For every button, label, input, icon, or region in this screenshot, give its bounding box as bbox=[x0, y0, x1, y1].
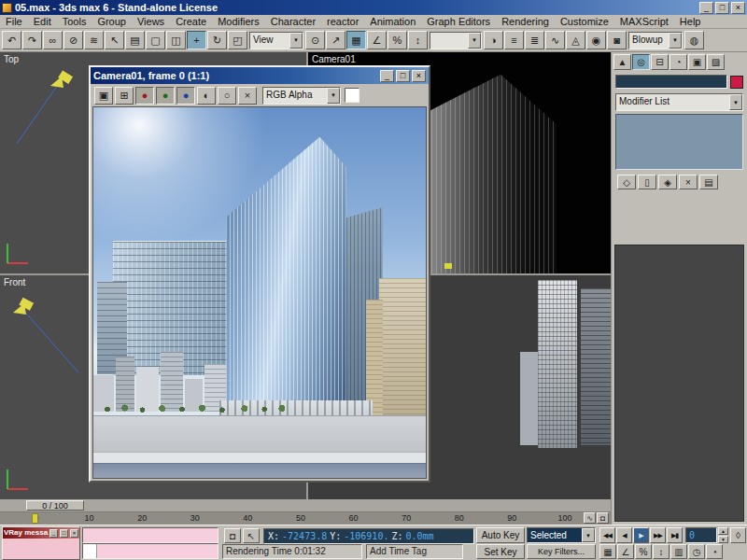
redo-icon[interactable]: ↷ bbox=[22, 31, 42, 49]
maxscript-mini-listener[interactable] bbox=[82, 527, 218, 559]
channel-display-dropdown[interactable]: RGB Alpha bbox=[262, 87, 341, 105]
spinner-up-icon[interactable] bbox=[718, 527, 728, 535]
previous-frame-button[interactable]: ◀ bbox=[616, 527, 632, 543]
render-scene-icon[interactable]: ◙ bbox=[607, 31, 627, 49]
vray-window-title-bar[interactable]: VRay messa... _□× bbox=[3, 527, 79, 539]
tab-motion-icon[interactable]: ◔ bbox=[669, 54, 687, 70]
menu-modifiers[interactable]: Modifiers bbox=[212, 15, 265, 28]
maximize-button[interactable]: □ bbox=[396, 70, 410, 82]
align-icon[interactable]: ≡ bbox=[504, 31, 524, 49]
y-coordinate-field[interactable]: -106910. bbox=[344, 531, 388, 541]
remove-modifier-icon[interactable]: × bbox=[679, 175, 698, 189]
mini-curve-editor-icon[interactable]: ∿ bbox=[584, 512, 596, 524]
use-pivot-center-icon[interactable]: ⊙ bbox=[305, 31, 325, 49]
select-and-scale-icon[interactable]: ◰ bbox=[228, 31, 247, 49]
percent-snap-status-icon[interactable]: % bbox=[635, 544, 652, 559]
schematic-view-icon[interactable]: ◬ bbox=[566, 31, 585, 49]
macro-recorder-line[interactable] bbox=[82, 527, 218, 543]
tab-display-icon[interactable]: ▣ bbox=[688, 54, 706, 70]
menu-character[interactable]: Character bbox=[265, 15, 321, 28]
next-frame-button[interactable]: ▶▶ bbox=[650, 527, 666, 543]
maximize-button[interactable]: □ bbox=[60, 529, 68, 538]
render-window-title-bar[interactable]: Camera01, frame 0 (1:1) _□× bbox=[91, 67, 429, 84]
spinner-down-icon[interactable] bbox=[718, 536, 728, 543]
clone-window-icon[interactable]: ⊞ bbox=[115, 87, 134, 105]
mirror-icon[interactable]: ◑ bbox=[484, 31, 503, 49]
menu-reactor[interactable]: reactor bbox=[321, 15, 364, 28]
select-object-icon[interactable]: ↖ bbox=[105, 31, 124, 49]
tab-utilities-icon[interactable]: ▨ bbox=[707, 54, 725, 70]
time-slider[interactable]: 0 / 100 bbox=[26, 500, 84, 511]
modifier-stack[interactable] bbox=[615, 114, 743, 170]
x-coordinate-field[interactable]: -72473.8 bbox=[282, 531, 327, 541]
absolute-relative-icon[interactable]: ↖ bbox=[243, 528, 260, 543]
select-and-move-icon[interactable]: + bbox=[187, 31, 206, 49]
curve-editor-icon[interactable]: ∿ bbox=[545, 31, 565, 49]
menu-customize[interactable]: Customize bbox=[555, 15, 614, 28]
spinner-snap-icon[interactable]: ↕ bbox=[408, 31, 428, 49]
time-configuration-icon[interactable]: ◔ bbox=[706, 544, 723, 559]
spinner-snap-status-icon[interactable]: ↕ bbox=[653, 544, 669, 559]
rectangular-selection-icon[interactable]: ▢ bbox=[146, 31, 165, 49]
angle-snap-icon[interactable]: ∠ bbox=[367, 31, 387, 49]
material-editor-icon[interactable]: ◉ bbox=[586, 31, 606, 49]
menu-rendering[interactable]: Rendering bbox=[496, 15, 555, 28]
track-bar[interactable]: 0102030405060708090100 ∿◘ bbox=[0, 512, 611, 525]
3d-snap-icon[interactable]: ▦ bbox=[599, 544, 616, 559]
coordinate-display[interactable]: X: -72473.8 Y: -106910. Z: 0.0mm bbox=[263, 528, 474, 544]
chevron-down-icon[interactable] bbox=[669, 33, 682, 49]
key-mode-toggle-icon[interactable]: ◊ bbox=[730, 527, 746, 543]
object-name-field[interactable] bbox=[615, 75, 727, 89]
maximize-button[interactable]: □ bbox=[715, 2, 729, 14]
minimize-button[interactable]: _ bbox=[699, 2, 713, 14]
render-type-dropdown[interactable]: Blowup bbox=[628, 32, 683, 49]
menu-help[interactable]: Help bbox=[674, 15, 707, 28]
menu-tools[interactable]: Tools bbox=[57, 15, 92, 28]
select-by-name-icon[interactable]: ▤ bbox=[125, 31, 145, 49]
rendered-frame-window[interactable]: Camera01, frame 0 (1:1) _□× ▣⊞●●●◐○× RGB… bbox=[89, 65, 430, 483]
background-color-swatch[interactable] bbox=[345, 88, 359, 103]
selection-filter-dropdown[interactable]: Selected bbox=[527, 527, 596, 543]
modifier-list-dropdown[interactable]: Modifier List bbox=[615, 93, 743, 111]
time-tag-field[interactable]: Add Time Tag bbox=[366, 544, 463, 559]
key-filters-button[interactable]: Key Filters... bbox=[527, 544, 596, 559]
time-lock-icon[interactable]: ◘ bbox=[597, 512, 609, 524]
reference-coordsys-dropdown[interactable]: View bbox=[249, 32, 303, 49]
listener-line[interactable] bbox=[82, 543, 218, 559]
time-slider-track[interactable]: 0 / 100 bbox=[0, 499, 611, 512]
select-and-manipulate-icon[interactable]: ↗ bbox=[326, 31, 345, 49]
current-frame-field[interactable]: 0 bbox=[685, 527, 717, 543]
viewport-camera-label[interactable]: Camera01 bbox=[312, 54, 356, 64]
chevron-down-icon[interactable] bbox=[468, 33, 481, 49]
quick-render-icon[interactable]: ◍ bbox=[684, 31, 704, 49]
chevron-down-icon[interactable] bbox=[582, 528, 595, 542]
menu-file[interactable]: File bbox=[0, 15, 28, 28]
vray-message-window[interactable]: VRay messa... _□× bbox=[2, 526, 80, 560]
viewport-front-label[interactable]: Front bbox=[4, 277, 25, 287]
set-key-button[interactable]: Set Key bbox=[476, 544, 525, 559]
menu-graph-editors[interactable]: Graph Editors bbox=[421, 15, 496, 28]
menu-animation[interactable]: Animation bbox=[364, 15, 421, 28]
rendered-image[interactable] bbox=[92, 106, 427, 479]
menu-maxscript[interactable]: MAXScript bbox=[614, 15, 674, 28]
menu-edit[interactable]: Edit bbox=[28, 15, 57, 28]
minimize-button[interactable]: _ bbox=[49, 529, 58, 538]
tab-modify-icon[interactable]: ◎ bbox=[632, 54, 650, 70]
z-coordinate-field[interactable]: 0.0mm bbox=[405, 531, 433, 541]
play-button[interactable]: ▶ bbox=[633, 527, 649, 543]
chevron-down-icon[interactable] bbox=[729, 94, 742, 110]
percent-snap-icon[interactable]: % bbox=[388, 31, 407, 49]
green-channel-icon[interactable]: ● bbox=[156, 87, 175, 105]
close-button[interactable]: × bbox=[412, 70, 426, 82]
snap-toggle-icon[interactable]: ▦ bbox=[346, 31, 366, 49]
mono-channel-icon[interactable]: ◐ bbox=[197, 87, 216, 105]
go-to-end-button[interactable]: ▶▮ bbox=[667, 527, 683, 543]
clear-image-icon[interactable]: × bbox=[238, 87, 257, 105]
chevron-down-icon[interactable] bbox=[327, 88, 340, 104]
blue-channel-icon[interactable]: ● bbox=[176, 87, 195, 105]
menu-views[interactable]: Views bbox=[132, 15, 170, 28]
keyboard-override-icon[interactable]: ▥ bbox=[670, 544, 687, 559]
viewport-top-label[interactable]: Top bbox=[4, 54, 19, 64]
tab-hierarchy-icon[interactable]: ⊟ bbox=[651, 54, 669, 70]
undo-icon[interactable]: ↶ bbox=[2, 31, 21, 49]
